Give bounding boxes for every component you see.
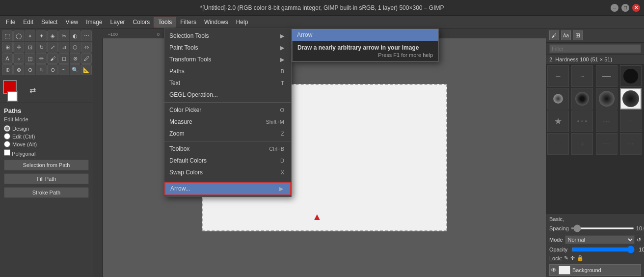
maximize-button[interactable]: □ — [621, 4, 629, 12]
reset-icon[interactable]: ↺ — [637, 237, 641, 243]
dropdown-swap-colors[interactable]: Swap Colors X — [164, 166, 291, 178]
tool-fuzzy-select[interactable]: ✦ — [36, 30, 47, 41]
tool-align[interactable]: ⊞ — [2, 42, 13, 53]
lock-all-icon[interactable]: 🔒 — [577, 255, 584, 261]
menu-image[interactable]: Image — [82, 17, 106, 27]
dropdown-color-picker[interactable]: Color Picker O — [164, 104, 291, 116]
tool-crop[interactable]: ⊡ — [25, 42, 35, 53]
tool-shear[interactable]: ⊿ — [58, 42, 69, 53]
brush-cell[interactable]: — — [596, 65, 617, 87]
dropdown-default-colors[interactable]: Default Colors D — [164, 155, 291, 166]
radio-edit[interactable]: Edit (Ctrl) — [4, 133, 89, 139]
tool-text[interactable]: A — [2, 53, 13, 64]
brush-cell[interactable]: ·∴·∴· — [596, 133, 617, 155]
dropdown-zoom[interactable]: Zoom Z — [164, 128, 291, 139]
brush-cell[interactable]: ∴∵∴ — [620, 111, 642, 132]
fill-path-button[interactable]: Fill Path — [4, 173, 89, 184]
close-button[interactable]: ✕ — [632, 4, 640, 12]
brush-cell[interactable]: ✦✧✦ — [571, 111, 593, 132]
tool-select-color[interactable]: ◈ — [47, 30, 58, 41]
brush-tab-icon[interactable]: 🖌 — [549, 30, 559, 40]
brush-cell[interactable] — [620, 65, 642, 87]
tool-eraser[interactable]: ◻ — [58, 53, 69, 64]
radio-design[interactable]: Design — [4, 125, 89, 132]
tool-paintbrush[interactable]: 🖌 — [47, 53, 58, 64]
tool-pencil[interactable]: ✏ — [36, 53, 47, 64]
tool-foreground-select[interactable]: ◐ — [70, 30, 80, 41]
tool-free-select[interactable]: ⌖ — [25, 30, 35, 41]
tool-zoom-icon[interactable]: 🔍 — [70, 64, 80, 75]
tool-ellipse-select[interactable]: ◯ — [13, 30, 24, 41]
radio-move[interactable]: Move (Alt) — [4, 141, 89, 147]
dropdown-gegl[interactable]: GEGL Operation... — [164, 89, 291, 101]
dropdown-selection-tools[interactable]: Selection Tools ▶ — [164, 30, 291, 42]
brush-cell[interactable] — [620, 88, 642, 110]
dropdown-paths[interactable]: Paths B — [164, 65, 291, 77]
tool-smudge[interactable]: ~ — [58, 64, 69, 75]
tool-blend[interactable]: ◫ — [25, 53, 35, 64]
brush-label: 2. Hardness 100 (51 × 51) — [546, 55, 644, 64]
layer-visibility-icon[interactable]: 👁 — [551, 267, 557, 274]
selection-from-path-button[interactable]: Selection from Path — [4, 160, 89, 170]
minimize-button[interactable]: – — [611, 4, 618, 12]
dropdown-toolbox[interactable]: Toolbox Ctrl+B — [164, 143, 291, 155]
tool-flip[interactable]: ⇔ — [81, 42, 92, 53]
menu-windows[interactable]: Windows — [200, 17, 232, 27]
menu-bar: File Edit Select View Image Layer Colors… — [0, 16, 644, 28]
swap-colors-icon[interactable]: ⇄ — [29, 85, 36, 95]
brush-cell[interactable]: — — [547, 65, 569, 87]
menu-edit[interactable]: Edit — [19, 17, 37, 27]
menu-view[interactable]: View — [61, 17, 82, 27]
tool-move[interactable]: ✛ — [13, 42, 24, 53]
tool-ink[interactable]: 🖊 — [81, 53, 92, 64]
tool-perspective[interactable]: ⬡ — [70, 42, 80, 53]
menu-select[interactable]: Select — [37, 17, 61, 27]
brush-cell[interactable] — [547, 88, 569, 110]
font-tab-icon[interactable]: Aa — [561, 30, 571, 40]
opacity-slider[interactable] — [571, 246, 635, 253]
menu-filters[interactable]: Filters — [176, 17, 200, 27]
brush-cell[interactable]: ⊹ — [571, 133, 593, 155]
menu-layer[interactable]: Layer — [107, 17, 129, 27]
brush-cell[interactable] — [596, 88, 617, 110]
menu-file[interactable]: File — [2, 17, 19, 27]
menu-tools[interactable]: Tools — [154, 17, 176, 28]
tool-heal[interactable]: ⊛ — [13, 64, 24, 75]
brush-cell[interactable]: ⋮∴⋮ — [547, 133, 569, 155]
background-color[interactable] — [7, 91, 18, 102]
dropdown-transform-tools[interactable]: Transform Tools ▶ — [164, 54, 291, 65]
spacing-slider[interactable] — [571, 227, 634, 229]
brush-cell[interactable] — [571, 88, 593, 110]
dropdown-measure[interactable]: Measure Shift+M — [164, 116, 291, 128]
mode-select[interactable]: Normal — [565, 235, 635, 244]
brush-filter-input[interactable] — [549, 44, 641, 53]
tool-measure[interactable]: 📐 — [81, 64, 92, 75]
tool-scissors[interactable]: ✂ — [58, 30, 69, 41]
tool-perspective-clone[interactable]: ⊙ — [25, 64, 35, 75]
brush-cell[interactable]: ··· — [571, 65, 593, 87]
brush-cell[interactable]: ★ — [547, 111, 569, 132]
tool-paths-tool[interactable]: ⋯ — [81, 30, 92, 41]
lock-position-icon[interactable]: ✛ — [570, 255, 575, 261]
mode-row: Mode Normal ↺ — [549, 235, 641, 244]
dropdown-paint-tools[interactable]: Paint Tools ▶ — [164, 42, 291, 54]
tool-blur[interactable]: ≋ — [36, 64, 47, 75]
arrow-submenu-arrow-item[interactable]: Arrow — [292, 29, 438, 41]
lock-pixels-icon[interactable]: ✎ — [564, 255, 568, 261]
polygonal-checkbox-row[interactable]: Polygonal — [4, 149, 89, 157]
tool-rotate[interactable]: ↻ — [36, 42, 47, 53]
tool-airbrush[interactable]: ⊗ — [70, 53, 80, 64]
tool-bucket-fill[interactable]: ⬦ — [13, 53, 24, 64]
stroke-path-button[interactable]: Stroke Path — [4, 187, 89, 198]
pattern-tab-icon[interactable]: ⊞ — [573, 30, 583, 40]
tool-dodge[interactable]: ⊖ — [47, 64, 58, 75]
dropdown-text[interactable]: Text T — [164, 77, 291, 89]
tool-rect-select[interactable]: ⬚ — [2, 30, 13, 41]
brush-cell[interactable]: •·•·• — [596, 111, 617, 132]
menu-help[interactable]: Help — [232, 17, 252, 27]
brush-cell[interactable]: +·+ — [620, 133, 642, 155]
tool-scale[interactable]: ⤢ — [47, 42, 58, 53]
tool-clone[interactable]: ⊕ — [2, 64, 13, 75]
dropdown-arrow[interactable]: Arrow... ▶ — [164, 182, 291, 195]
menu-colors[interactable]: Colors — [129, 17, 154, 27]
